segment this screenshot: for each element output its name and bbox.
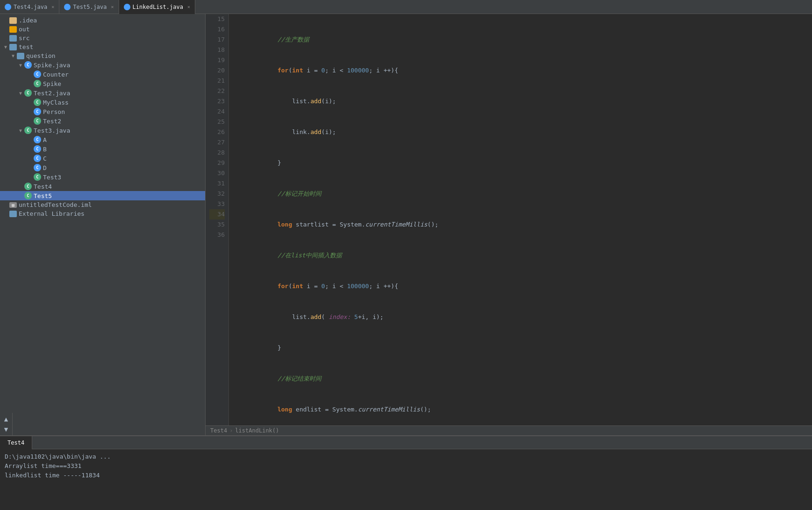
sidebar-label-question: question (26, 52, 56, 59)
sidebar-item-counter[interactable]: C Counter (0, 70, 205, 79)
code-line-23: for(int i = 0; i < 100000; i ++){ (234, 281, 812, 291)
class-icon-counter: C (34, 71, 41, 78)
sidebar: .idea out src ▼ test ▼ question ▼ (0, 14, 206, 435)
code-line-18: link.add(i); (234, 127, 812, 137)
class-icon-a: C (34, 136, 41, 143)
sidebar-label-idea: .idea (19, 17, 37, 24)
code-line-21: long startlist = System.currentTimeMilli… (234, 220, 812, 230)
code-line-16: for(int i = 0; i < 100000; i ++){ (234, 65, 812, 76)
tab-test4[interactable]: Test4.java ✕ (0, 0, 59, 14)
class-icon-test2: C (34, 117, 41, 125)
sidebar-label-test: test (19, 43, 33, 50)
sidebar-label-src: src (19, 35, 29, 42)
tab-icon-test5 (64, 4, 71, 10)
line-numbers: 15 16 17 18 19 20 21 22 23 24 25 26 27 2… (206, 14, 229, 425)
tab-bar: Test4.java ✕ Test5.java ✕ LinkedList.jav… (0, 0, 812, 14)
sidebar-label-test5: Test5 (34, 192, 52, 199)
sidebar-item-test2-java[interactable]: ▼ C Test2.java (0, 88, 205, 98)
bottom-tab-test4[interactable]: Test4 (0, 436, 32, 449)
sidebar-item-person[interactable]: C Person (0, 107, 205, 116)
sidebar-item-test3-java[interactable]: ▼ C Test3.java (0, 126, 205, 135)
class-icon-spike: C (34, 80, 41, 87)
run-output-line2: linkedlist time -----11834 (5, 471, 807, 480)
folder-icon-idea (9, 17, 17, 24)
file-icon-iml: ▤ (9, 202, 17, 208)
bottom-panel: Test4 D:\java1102\java\bin\java ... Arra… (0, 435, 812, 510)
file-icon-spike: C (24, 61, 32, 69)
sidebar-item-b[interactable]: C B (0, 144, 205, 154)
tab-close-test4[interactable]: ✕ (51, 4, 54, 9)
folder-icon-src (9, 35, 17, 42)
arrow-test3-java: ▼ (17, 128, 24, 133)
sidebar-label-test2: Test2 (43, 118, 61, 125)
code-line-20: //标记开始时间 (234, 189, 812, 199)
bottom-tab-bar: Test4 (0, 436, 812, 449)
bottom-content: D:\java1102\java\bin\java ... Arraylist … (0, 449, 812, 510)
run-output-line1: Arraylist time===3331 (5, 461, 807, 471)
sidebar-item-c[interactable]: C C (0, 154, 205, 163)
code-line-26: //标记结束时间 (234, 374, 812, 384)
sidebar-label-test2-java: Test2.java (34, 90, 70, 97)
tab-close-linkedlist[interactable]: ✕ (187, 4, 190, 9)
sidebar-label-b: B (43, 146, 47, 153)
run-command-text: D:\java1102\java\bin\java ... (5, 453, 111, 460)
code-scroll[interactable]: 15 16 17 18 19 20 21 22 23 24 25 26 27 2… (206, 14, 812, 425)
tab-test5[interactable]: Test5.java ✕ (59, 0, 119, 14)
sidebar-label-c: C (43, 155, 47, 162)
tab-label-test5: Test5.java (73, 4, 107, 10)
code-line-17: list.add(i); (234, 96, 812, 106)
sidebar-item-src[interactable]: src (0, 34, 205, 42)
sidebar-label-spike-java: Spike.java (34, 62, 70, 69)
tab-icon-linkedlist (124, 4, 130, 10)
sidebar-item-question[interactable]: ▼ question (0, 51, 205, 60)
file-icon-test2: C (24, 89, 32, 97)
sidebar-item-out[interactable]: out (0, 25, 205, 34)
sidebar-item-myclass[interactable]: C MyClass (0, 98, 205, 107)
sidebar-item-d[interactable]: C D (0, 163, 205, 172)
class-icon-test3: C (34, 173, 41, 181)
output-linkedlist: linkedlist time -----11834 (5, 472, 100, 479)
sidebar-item-test4[interactable]: C Test4 (0, 182, 205, 191)
sidebar-item-test2[interactable]: C Test2 (0, 116, 205, 126)
sidebar-label-out: out (19, 26, 29, 33)
sidebar-label-test4: Test4 (34, 183, 52, 190)
class-icon-b: C (34, 145, 41, 153)
file-icon-test3: C (24, 127, 32, 134)
tab-close-test5[interactable]: ✕ (111, 4, 114, 9)
sidebar-item-test3[interactable]: C Test3 (0, 172, 205, 182)
editor-area: 15 16 17 18 19 20 21 22 23 24 25 26 27 2… (206, 14, 812, 435)
tab-linkedlist[interactable]: LinkedList.java ✕ (119, 0, 195, 14)
code-content[interactable]: //生产数据 for(int i = 0; i < 100000; i ++){… (229, 14, 812, 425)
sidebar-item-test[interactable]: ▼ test (0, 42, 205, 51)
breadcrumb-sep: › (229, 427, 233, 434)
sidebar-item-idea[interactable]: .idea (0, 16, 205, 25)
nav-up-button[interactable]: ▲ (1, 414, 11, 424)
sidebar-item-spike-java[interactable]: ▼ C Spike.java (0, 60, 205, 70)
sidebar-item-iml[interactable]: ▤ untitledTestCode.iml (0, 200, 205, 209)
main-area: .idea out src ▼ test ▼ question ▼ (0, 14, 812, 435)
sidebar-label-iml: untitledTestCode.iml (19, 201, 92, 208)
folder-icon-ext-libs (9, 211, 17, 217)
sidebar-item-a[interactable]: C A (0, 135, 205, 144)
sidebar-label-a: A (43, 136, 47, 143)
arrow-spike-java: ▼ (17, 63, 24, 68)
sidebar-label-person: Person (43, 108, 65, 115)
class-icon-d: C (34, 164, 41, 171)
code-line-15: //生产数据 (234, 35, 812, 45)
code-line-19: } (234, 158, 812, 168)
class-icon-c: C (34, 155, 41, 162)
sidebar-item-spike[interactable]: C Spike (0, 79, 205, 88)
nav-down-button[interactable]: ▼ (1, 424, 11, 434)
breadcrumb-class: Test4 (210, 427, 227, 434)
tab-icon-test4 (5, 4, 11, 10)
sidebar-item-test5[interactable]: C Test5 (0, 191, 205, 200)
breadcrumb-method: listAndLink() (235, 427, 279, 434)
arrow-test: ▼ (2, 44, 9, 50)
tab-label-test4: Test4.java (14, 4, 47, 10)
folder-icon-question (17, 53, 24, 59)
folder-icon-test (9, 44, 17, 50)
folder-icon-out (9, 26, 17, 33)
sidebar-item-ext-libs[interactable]: External Libraries (0, 209, 205, 218)
run-command: D:\java1102\java\bin\java ... (5, 452, 807, 461)
code-line-22: //在list中间插入数据 (234, 250, 812, 261)
